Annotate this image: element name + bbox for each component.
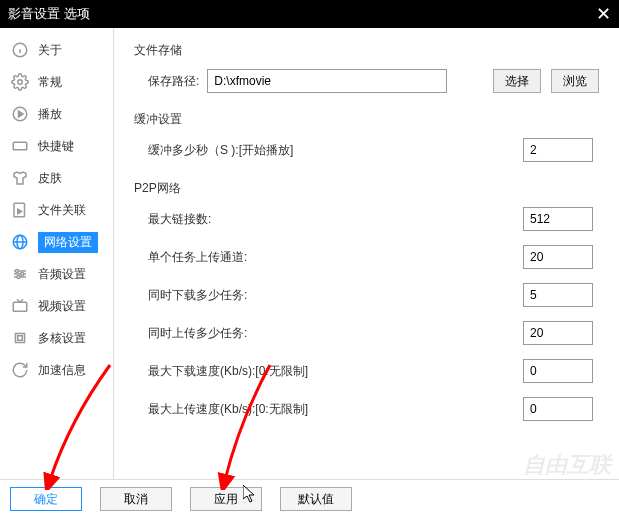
refresh-icon xyxy=(10,360,30,380)
sidebar-item-general[interactable]: 常规 xyxy=(0,66,113,98)
svg-point-19 xyxy=(21,273,24,276)
svg-marker-11 xyxy=(18,209,22,214)
close-icon[interactable]: ✕ xyxy=(596,0,611,28)
sidebar-item-label: 视频设置 xyxy=(38,298,86,315)
section-title: 文件存储 xyxy=(134,42,599,59)
sidebar-item-network[interactable]: 网络设置 xyxy=(0,226,113,258)
sidebar-item-label: 网络设置 xyxy=(38,232,98,253)
apply-button[interactable]: 应用 xyxy=(190,487,262,511)
skin-icon xyxy=(10,168,30,188)
path-label: 保存路径: xyxy=(134,73,199,90)
cpu-icon xyxy=(10,328,30,348)
sidebar-item-hotkey[interactable]: 快捷键 xyxy=(0,130,113,162)
sidebar-item-label: 加速信息 xyxy=(38,362,86,379)
svg-rect-25 xyxy=(18,336,23,341)
section-title: P2P网络 xyxy=(134,180,599,197)
footer: 确定 取消 应用 默认值 xyxy=(0,480,619,518)
content-panel: 文件存储 保存路径: 选择 浏览 缓冲设置 缓冲多少秒（S ):[开始播放] P… xyxy=(114,28,619,479)
max-up-speed-label: 最大上传速度(Kb/s):[0:无限制] xyxy=(134,401,308,418)
upload-channel-label: 单个任务上传通道: xyxy=(134,249,247,266)
sidebar-item-file-assoc[interactable]: 文件关联 xyxy=(0,194,113,226)
gear-icon xyxy=(10,72,30,92)
globe-icon xyxy=(10,232,30,252)
svg-rect-24 xyxy=(16,334,25,343)
up-tasks-input[interactable] xyxy=(523,321,593,345)
keyboard-icon xyxy=(10,136,30,156)
sidebar-item-accel[interactable]: 加速信息 xyxy=(0,354,113,386)
browse-button[interactable]: 浏览 xyxy=(551,69,599,93)
file-icon xyxy=(10,200,30,220)
sidebar-item-audio[interactable]: 音频设置 xyxy=(0,258,113,290)
max-down-speed-input[interactable] xyxy=(523,359,593,383)
max-up-speed-input[interactable] xyxy=(523,397,593,421)
section-p2p: P2P网络 最大链接数: 单个任务上传通道: 同时下载多少任务: 同时上传多少任… xyxy=(134,180,599,421)
sidebar-item-label: 音频设置 xyxy=(38,266,86,283)
section-buffer: 缓冲设置 缓冲多少秒（S ):[开始播放] xyxy=(134,111,599,162)
buffer-seconds-label: 缓冲多少秒（S ):[开始播放] xyxy=(134,142,293,159)
sidebar-item-multicore[interactable]: 多核设置 xyxy=(0,322,113,354)
sidebar-item-skin[interactable]: 皮肤 xyxy=(0,162,113,194)
info-icon xyxy=(10,40,30,60)
section-file-storage: 文件存储 保存路径: 选择 浏览 xyxy=(134,42,599,93)
audio-icon xyxy=(10,264,30,284)
svg-point-3 xyxy=(18,80,23,85)
titlebar: 影音设置 选项 ✕ xyxy=(0,0,619,28)
select-button[interactable]: 选择 xyxy=(493,69,541,93)
sidebar-item-playback[interactable]: 播放 xyxy=(0,98,113,130)
cancel-button[interactable]: 取消 xyxy=(100,487,172,511)
sidebar-item-label: 关于 xyxy=(38,42,62,59)
ok-button[interactable]: 确定 xyxy=(10,487,82,511)
down-tasks-label: 同时下载多少任务: xyxy=(134,287,247,304)
sidebar-item-label: 快捷键 xyxy=(38,138,74,155)
sidebar-item-label: 播放 xyxy=(38,106,62,123)
max-conn-label: 最大链接数: xyxy=(134,211,211,228)
max-conn-input[interactable] xyxy=(523,207,593,231)
window-title: 影音设置 选项 xyxy=(8,0,90,28)
default-button[interactable]: 默认值 xyxy=(280,487,352,511)
svg-point-20 xyxy=(17,276,20,279)
max-down-speed-label: 最大下载速度(Kb/s):[0:无限制] xyxy=(134,363,308,380)
sidebar-item-video[interactable]: 视频设置 xyxy=(0,290,113,322)
svg-marker-5 xyxy=(19,111,24,117)
sidebar-item-label: 文件关联 xyxy=(38,202,86,219)
up-tasks-label: 同时上传多少任务: xyxy=(134,325,247,342)
tv-icon xyxy=(10,296,30,316)
svg-point-18 xyxy=(16,270,19,273)
section-title: 缓冲设置 xyxy=(134,111,599,128)
sidebar-item-label: 常规 xyxy=(38,74,62,91)
play-icon xyxy=(10,104,30,124)
save-path-input[interactable] xyxy=(207,69,447,93)
svg-rect-21 xyxy=(13,302,27,311)
buffer-seconds-input[interactable] xyxy=(523,138,593,162)
sidebar: 关于 常规 播放 快捷键 皮肤 文件关联 网络设置 音频设置 xyxy=(0,28,114,479)
sidebar-item-about[interactable]: 关于 xyxy=(0,34,113,66)
svg-rect-6 xyxy=(13,142,27,150)
sidebar-item-label: 皮肤 xyxy=(38,170,62,187)
sidebar-item-label: 多核设置 xyxy=(38,330,86,347)
upload-channel-input[interactable] xyxy=(523,245,593,269)
down-tasks-input[interactable] xyxy=(523,283,593,307)
